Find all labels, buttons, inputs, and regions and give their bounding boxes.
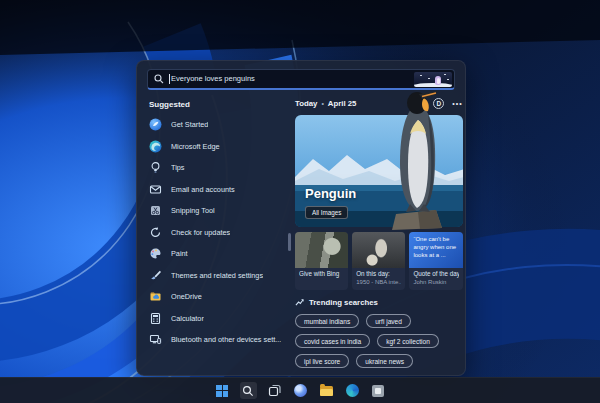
sidebar-item-snipping-tool[interactable]: Snipping Tool [147,200,287,222]
info-cards-row: Give with Bing On this day: 1950 - NBA i… [295,232,463,290]
card-subcaption: John Ruskin [413,278,458,286]
store-app-icon [372,385,384,397]
card-caption: Give with Bing [299,270,344,278]
sidebar-scrollbar[interactable] [288,233,291,251]
get-started-icon [149,118,162,131]
search-query-text[interactable]: Everyone loves penguins [169,74,414,84]
trending-chip[interactable]: ukraine news [356,354,413,368]
email-icon [149,183,162,196]
card-on-this-day[interactable]: On this day: 1950 - NBA inte... [352,232,405,290]
card-caption: On this day: [356,270,401,278]
sidebar-item-themes-settings[interactable]: Themes and related settings [147,265,287,287]
start-button[interactable] [214,382,231,399]
sidebar-item-microsoft-edge[interactable]: Microsoft Edge [147,136,287,158]
sidebar-item-calculator[interactable]: Calculator [147,308,287,330]
date-label: April 25 [328,99,357,108]
suggested-title: Suggested [149,100,287,109]
taskbar-search-button[interactable] [240,382,257,399]
widgets-icon [294,384,307,397]
sidebar-item-label: Bluetooth and other devices sett... [171,335,281,344]
file-explorer-icon [320,386,333,396]
file-explorer-button[interactable] [318,382,335,399]
quote-image: “One can't be angry when one looks at a … [409,232,462,268]
trending-chip[interactable]: covid cases in india [295,334,370,348]
trending-searches-section: Trending searches mumbai indians urfi ja… [295,298,463,368]
mini-penguin-icon [435,76,441,85]
sidebar-item-email-accounts[interactable]: Email and accounts [147,179,287,201]
hero-title: Penguin [305,186,356,201]
themes-icon [149,269,162,282]
sidebar-item-check-updates[interactable]: Check for updates [147,222,287,244]
sidebar-item-label: Get Started [171,120,208,129]
trending-chip[interactable]: ipl live score [295,354,349,368]
calculator-icon [149,312,162,325]
give-with-bing-image [295,232,348,268]
penguin-photo [386,90,448,230]
sidebar-item-bluetooth-devices[interactable]: Bluetooth and other devices sett... [147,329,287,351]
sidebar-item-label: Snipping Tool [171,206,215,215]
sidebar-item-label: Check for updates [171,228,230,237]
search-icon [154,74,164,84]
sidebar-item-label: Themes and related settings [171,271,263,280]
quote-text: “One can't be angry when one looks at a … [413,235,458,259]
edge-browser-button[interactable] [344,382,361,399]
task-view-icon [268,384,281,397]
edge-icon [346,384,359,397]
windows-logo-icon [216,385,228,397]
more-options-icon[interactable]: ••• [452,98,462,109]
task-view-button[interactable] [266,382,283,399]
search-icon [242,385,254,397]
updates-icon [149,226,162,239]
store-app-button[interactable] [370,382,387,399]
trending-title: Trending searches [309,298,378,307]
card-subcaption: 1950 - NBA inte... [356,278,401,286]
sidebar-item-paint[interactable]: Paint [147,243,287,265]
sidebar-item-onedrive[interactable]: OneDrive [147,286,287,308]
sidebar-item-label: Calculator [171,314,204,323]
bluetooth-devices-icon [149,333,162,346]
penguin-illustration [414,72,452,87]
card-caption: Quote of the day: [413,270,458,278]
sidebar-item-label: Paint [171,249,188,258]
trending-chip[interactable]: mumbai indians [295,314,359,328]
sidebar-item-get-started[interactable]: Get Started [147,114,287,136]
desktop-screen: Everyone loves penguins Suggested Get St… [0,0,600,403]
edge-icon [149,140,162,153]
sidebar-item-label: OneDrive [171,292,202,301]
snipping-tool-icon [149,204,162,217]
sidebar-item-label: Microsoft Edge [171,142,220,151]
widgets-button[interactable] [292,382,309,399]
trending-chip[interactable]: urfi javed [366,314,411,328]
search-results-content: Today • April 25 D ••• [295,95,463,373]
on-this-day-image [352,232,405,268]
sidebar-item-tips[interactable]: Tips [147,157,287,179]
taskbar [0,377,600,403]
search-flyout-panel: Everyone loves penguins Suggested Get St… [136,60,466,376]
trending-icon [295,298,304,307]
trending-chip[interactable]: kgf 2 collection [377,334,439,348]
card-give-with-bing[interactable]: Give with Bing [295,232,348,290]
sidebar-item-label: Tips [171,163,185,172]
onedrive-icon [149,290,162,303]
tips-icon [149,161,162,174]
hero-image-card[interactable]: Penguin All Images [295,115,463,227]
search-input[interactable]: Everyone loves penguins [147,69,455,90]
today-label: Today [295,99,317,108]
trending-chips: mumbai indians urfi javed covid cases in… [295,314,463,368]
paint-icon [149,247,162,260]
suggested-sidebar: Suggested Get Started Microsoft Edge [147,95,287,373]
dot-separator: • [321,100,323,107]
card-quote-of-the-day[interactable]: “One can't be angry when one looks at a … [409,232,462,290]
all-images-button[interactable]: All Images [305,206,348,219]
sidebar-item-label: Email and accounts [171,185,235,194]
